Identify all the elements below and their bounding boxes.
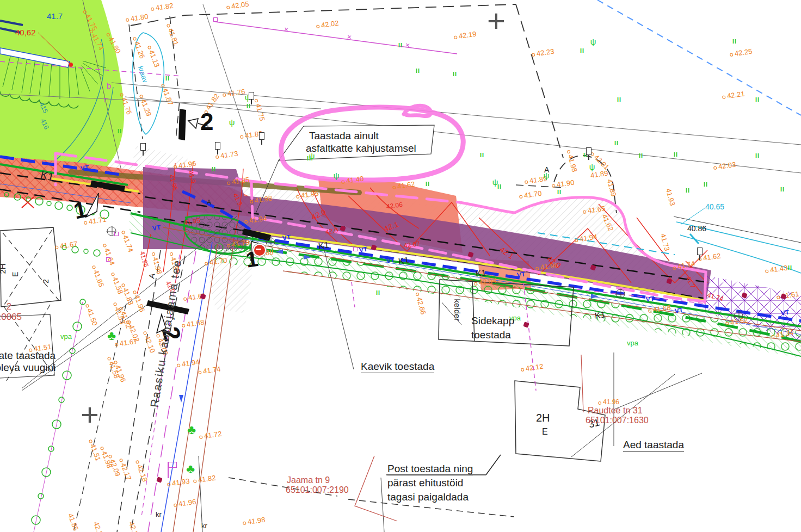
map-label: 41.96 — [178, 160, 196, 169]
map-label: 41.96 — [178, 498, 196, 508]
reddot-symbol — [666, 278, 673, 284]
map-label: 41.43 — [769, 264, 788, 274]
map-label: 41.74 — [202, 366, 221, 375]
grass-symbol: ψ — [309, 152, 315, 160]
map-label: 41.62 — [601, 213, 615, 232]
map-label: 41.67 — [59, 240, 78, 250]
ii-symbol: II — [788, 265, 792, 271]
grass-symbol: ψ — [492, 178, 498, 186]
map-label: 41.75 — [84, 13, 98, 32]
map-label: 41.13 — [148, 49, 161, 68]
map-label: 42.25 — [734, 48, 753, 57]
map-label: 42.03 — [718, 161, 736, 170]
ii-symbol: II — [247, 103, 251, 109]
map-label: 42.10 — [144, 335, 156, 354]
map-label: 42.1 — [383, 220, 399, 232]
map-label: 41.9 — [187, 170, 197, 184]
reddot-symbol — [590, 264, 596, 271]
ii-symbol: II — [614, 140, 619, 146]
map-label: 41.73 — [660, 233, 671, 252]
map-label: 42.24 — [128, 521, 140, 532]
map-label: 42.18 — [136, 463, 149, 482]
map-label: 2 — [200, 110, 213, 134]
map-label: 41.40 — [346, 175, 364, 184]
map-label: 42.07 — [403, 240, 420, 249]
map-label: 41.89 — [606, 178, 618, 197]
map-label: pärast ehitustöid — [387, 478, 463, 488]
map-label: 2H — [536, 412, 550, 423]
map-label: VT — [674, 307, 683, 314]
map-label: 40.65 — [705, 203, 724, 211]
map-label: 41.73 — [220, 150, 238, 159]
map-label: 41.90 — [556, 179, 575, 188]
pole-symbol — [259, 132, 264, 140]
ii-symbol: II — [165, 76, 170, 82]
map-label: 41.81 — [167, 27, 180, 46]
ii-symbol: II — [212, 166, 216, 172]
map-label: 416 — [40, 117, 50, 130]
map-label: 41.67 — [119, 338, 138, 347]
map-label: × — [284, 25, 289, 33]
map-label: kate taastada — [0, 350, 56, 361]
map-label: 41.95 — [183, 217, 200, 226]
map-label: 42.17 — [120, 462, 132, 481]
map-label: 41.72 — [204, 430, 222, 440]
ii-symbol: II — [557, 189, 562, 195]
ii-symbol: II — [639, 153, 643, 159]
map-label: 41.7 — [47, 12, 63, 20]
map-label: kr — [201, 522, 207, 529]
map-label: toestada — [471, 330, 511, 340]
map-label: 41.85 — [67, 512, 79, 531]
cross-symbol: + — [487, 5, 506, 36]
flag-symbol — [168, 462, 169, 478]
map-label: 41.98 — [247, 516, 266, 525]
map-label: 41.9 — [232, 192, 244, 206]
map-label: kr — [156, 511, 162, 518]
map-label: VT — [80, 164, 89, 172]
map-label: 41.80 — [107, 35, 122, 54]
stopsign-symbol — [253, 244, 266, 257]
pole-symbol — [586, 147, 591, 155]
map-label: vpa — [60, 333, 72, 340]
map-label: 41.75 — [255, 103, 266, 122]
map-label: 41.95 — [300, 190, 319, 199]
map-label: soleva vuugini — [0, 362, 56, 373]
map-label: 40.86 — [687, 225, 706, 232]
map-label: 42.12 — [525, 363, 544, 372]
map-label: 41.74 — [90, 32, 105, 51]
map-label: 41.94 — [249, 215, 267, 224]
map-label: b — [107, 82, 111, 90]
map-label: 42.1 — [498, 245, 515, 260]
map-label: 41.29 — [140, 98, 152, 117]
map-label: Post toestada ning — [387, 463, 473, 475]
map-label: 41.87 — [162, 87, 174, 106]
tree-symbol: ♣ — [186, 462, 195, 475]
map-label: K1 — [475, 268, 487, 279]
map-label: A — [147, 273, 156, 280]
map-label: K1 — [398, 256, 410, 266]
ii-symbol: II — [453, 71, 457, 77]
msq-symbol — [353, 247, 358, 251]
map-label: 42.02 — [321, 20, 339, 29]
ii-symbol: II — [398, 42, 403, 48]
map-label: 41.79 — [231, 239, 250, 248]
map-label: asfaltkatte kahjustamsel — [306, 143, 416, 153]
ii-symbol: II — [732, 39, 737, 45]
map-label: 42.21 — [726, 90, 745, 100]
grass-symbol: ψ — [229, 118, 235, 126]
reddot-symbol — [371, 244, 377, 251]
map-label: 42.66 — [416, 296, 427, 316]
map-label: 41.85 — [231, 176, 250, 185]
ii-symbol: II — [755, 153, 760, 159]
map-label: 41.98 — [152, 256, 163, 275]
ii-symbol: II — [686, 188, 690, 194]
map-label: 41.65 — [587, 205, 606, 214]
map-label: 41.74 — [706, 292, 724, 302]
reddot-symbol — [523, 321, 529, 328]
ii-symbol: II — [780, 187, 785, 193]
pole-symbol — [215, 142, 220, 150]
map-label: 41.64 — [103, 247, 116, 266]
reddot-symbol — [741, 292, 748, 299]
map-label: 41.95 — [168, 174, 178, 191]
map-label: tagasi paigaldada — [387, 492, 469, 502]
